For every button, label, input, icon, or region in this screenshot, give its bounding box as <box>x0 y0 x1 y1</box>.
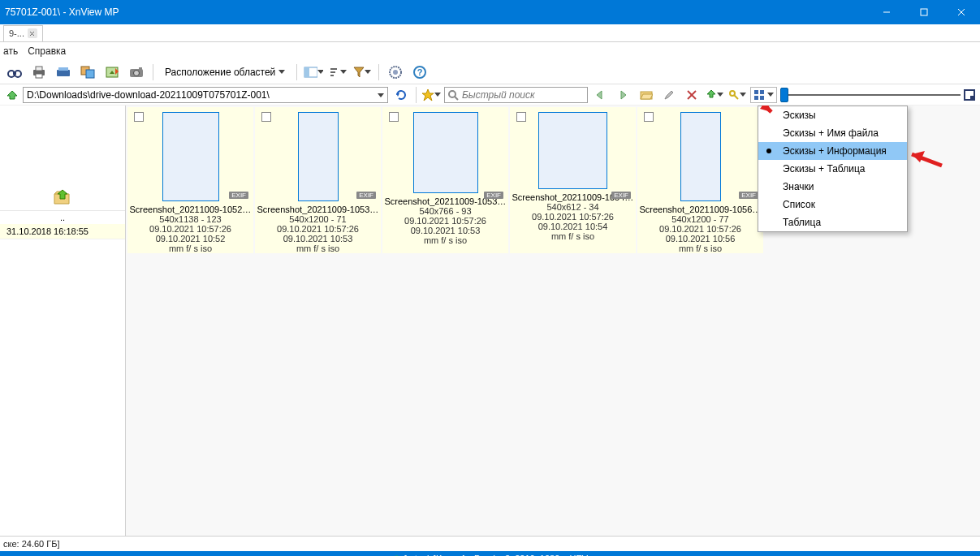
thumbnail-image[interactable] <box>298 112 339 201</box>
delete-icon[interactable] <box>682 85 702 105</box>
thumbnail-item[interactable]: EXIF Screenshot_20211009-105411_G... 540… <box>510 107 636 253</box>
convert-icon[interactable] <box>78 62 97 82</box>
fullscreen-icon[interactable] <box>964 89 975 101</box>
menu-item-icons[interactable]: Значки <box>758 178 907 196</box>
search-box[interactable] <box>444 87 588 103</box>
svg-rect-11 <box>36 74 42 78</box>
search-icon <box>447 89 459 101</box>
search-input[interactable] <box>462 89 585 101</box>
tab-breadcrumb[interactable]: 9-... <box>3 25 43 41</box>
nav-back-icon[interactable] <box>591 85 611 105</box>
thumb-dimensions: 540x766 - 93 <box>419 206 471 216</box>
view-mode-menu: Эскизы Эскизы + Имя файла Эскизы + Инфор… <box>758 106 908 232</box>
thumb-checkbox[interactable] <box>261 112 271 122</box>
address-toolbar <box>0 84 980 106</box>
svg-marker-43 <box>621 91 626 99</box>
thumbnail-item[interactable]: EXIF Screenshot_20211009-105328_P... 540… <box>382 107 508 253</box>
svg-marker-42 <box>597 91 602 99</box>
import-image-icon[interactable] <box>102 62 122 82</box>
folder-up-icon[interactable] <box>5 85 19 105</box>
thumb-checkbox[interactable] <box>389 112 399 122</box>
thumbnail-image[interactable] <box>538 112 607 189</box>
thumbnail-grid: EXIF Screenshot_20211009-105256_P... 540… <box>126 106 980 536</box>
menu-item-thumbs-table[interactable]: Эскизы + Таблица <box>758 160 907 178</box>
svg-rect-26 <box>330 71 335 73</box>
sort-icon[interactable] <box>328 62 348 82</box>
up-folder-label[interactable]: .. <box>0 211 125 224</box>
menu-bar: ать Справка <box>0 42 980 60</box>
tab-label: 9-... <box>9 28 24 38</box>
thumb-date2: 09.10.2021 10:53 <box>411 226 481 235</box>
main-area: .. 31.10.2018 16:18:55 EXIF Screenshot_2… <box>0 106 980 536</box>
thumbnail-image[interactable] <box>162 112 219 201</box>
nav-forward-icon[interactable] <box>614 85 633 105</box>
thumbnail-item[interactable]: EXIF Screenshot_20211009-105256_P... 540… <box>127 107 253 253</box>
svg-marker-36 <box>378 93 384 97</box>
svg-rect-60 <box>970 96 975 101</box>
exif-badge: EXIF <box>611 192 631 199</box>
thumb-filename: Screenshot_20211009-105256_P... <box>130 205 252 214</box>
menu-item-thumbnails[interactable]: Эскизы <box>758 106 907 124</box>
menu-item-thumbs-info[interactable]: Эскизы + Информация <box>758 142 907 160</box>
svg-marker-24 <box>317 70 323 74</box>
gear-icon[interactable] <box>386 62 405 82</box>
open-folder-icon[interactable] <box>637 85 656 105</box>
edit-icon[interactable] <box>659 85 679 105</box>
panel-toggle-icon[interactable] <box>304 62 323 82</box>
menu-item-help[interactable]: Справка <box>28 45 66 57</box>
menu-item-thumbs-name[interactable]: Эскизы + Имя файла <box>758 124 907 142</box>
menu-item-list[interactable]: Список <box>758 196 907 213</box>
svg-rect-20 <box>139 67 142 70</box>
side-panel: .. 31.10.2018 16:18:55 <box>0 106 126 536</box>
panel-layout-dropdown[interactable]: Расположение областей <box>160 62 290 82</box>
scanner-icon[interactable] <box>54 62 73 82</box>
star-icon[interactable] <box>421 85 441 105</box>
address-field[interactable] <box>24 89 374 101</box>
svg-marker-35 <box>7 91 17 99</box>
menu-item-1[interactable]: ать <box>3 45 18 57</box>
window-titlebar: 75701Z-001\ - XnView MP <box>0 0 980 24</box>
key-icon[interactable] <box>727 85 747 105</box>
view-mode-dropdown[interactable] <box>750 87 777 103</box>
status-bar: ске: 24.60 ГБ] <box>0 536 980 551</box>
svg-marker-46 <box>665 91 673 99</box>
filter-icon[interactable] <box>352 62 372 82</box>
tab-close-icon[interactable] <box>28 28 37 38</box>
svg-rect-10 <box>36 67 42 71</box>
export-icon[interactable] <box>705 85 724 105</box>
minimize-button[interactable] <box>868 0 905 24</box>
svg-point-40 <box>449 91 455 97</box>
thumb-date1: 09.10.2021 10:57:26 <box>149 224 231 234</box>
thumbnail-item[interactable]: EXIF Screenshot_20211009-105304_P... 540… <box>255 107 381 253</box>
thumb-checkbox[interactable] <box>516 112 526 122</box>
folder-up-large-icon[interactable] <box>51 187 74 205</box>
svg-marker-49 <box>707 90 715 97</box>
thumb-filename: Screenshot_20211009-105304_P... <box>257 205 379 214</box>
slider-thumb[interactable] <box>780 88 788 102</box>
thumbnail-image[interactable] <box>680 112 721 201</box>
svg-marker-53 <box>740 93 746 97</box>
thumbnail-size-slider[interactable] <box>780 87 975 103</box>
print-icon[interactable] <box>29 62 49 82</box>
maximize-button[interactable] <box>905 0 943 24</box>
thumbnail-item[interactable]: EXIF Screenshot_20211009-105638_P... 540… <box>637 107 763 253</box>
svg-text:?: ? <box>417 67 423 77</box>
chevron-down-icon <box>767 93 774 97</box>
svg-rect-57 <box>760 96 764 100</box>
camera-icon[interactable] <box>127 62 146 82</box>
help-icon[interactable]: ? <box>410 62 430 82</box>
thumb-lens: mm f/ s iso <box>296 244 339 253</box>
thumbnail-image[interactable] <box>413 112 478 193</box>
main-toolbar: Расположение областей ? <box>0 60 980 84</box>
thumbnails-icon <box>753 89 765 101</box>
refresh-icon[interactable] <box>391 85 411 105</box>
menu-item-table[interactable]: Таблица <box>758 213 907 231</box>
svg-rect-54 <box>754 90 758 94</box>
address-input[interactable] <box>23 87 388 103</box>
binoculars-icon[interactable] <box>5 62 24 82</box>
thumb-date1: 09.10.2021 10:57:26 <box>404 216 486 226</box>
svg-rect-25 <box>330 68 337 70</box>
thumb-checkbox[interactable] <box>134 112 144 122</box>
close-button[interactable] <box>943 0 980 24</box>
thumb-checkbox[interactable] <box>644 112 654 122</box>
